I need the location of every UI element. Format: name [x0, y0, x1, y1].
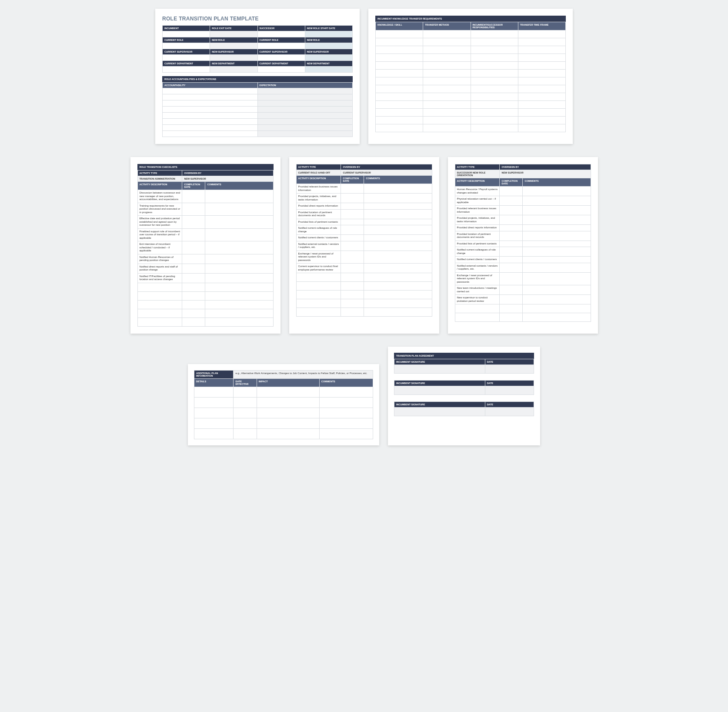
table-cell[interactable]	[163, 131, 258, 137]
table-cell[interactable]	[234, 418, 257, 428]
table-cell[interactable]	[376, 85, 423, 93]
table-cell[interactable]	[257, 119, 353, 125]
comments-cell[interactable]	[523, 295, 591, 304]
completion-date[interactable]	[341, 264, 364, 273]
info-value[interactable]	[210, 55, 257, 61]
table-cell[interactable]	[364, 273, 432, 282]
table-cell[interactable]	[423, 101, 471, 109]
completion-date[interactable]	[500, 295, 523, 304]
table-cell[interactable]	[182, 309, 205, 318]
table-cell[interactable]	[471, 93, 518, 101]
comments-cell[interactable]	[523, 187, 591, 196]
date-field[interactable]	[485, 364, 534, 373]
table-cell[interactable]	[423, 54, 471, 62]
table-cell[interactable]	[137, 300, 182, 309]
table-cell[interactable]	[257, 131, 353, 137]
comments-cell[interactable]	[523, 285, 591, 295]
completion-date[interactable]	[341, 251, 364, 264]
completion-date[interactable]	[500, 247, 523, 257]
table-cell[interactable]	[296, 273, 341, 282]
table-cell[interactable]	[423, 117, 471, 124]
date-field[interactable]	[485, 407, 534, 416]
table-cell[interactable]	[518, 117, 565, 124]
completion-date[interactable]	[182, 273, 205, 283]
table-cell[interactable]	[296, 291, 341, 299]
table-cell[interactable]	[163, 88, 258, 94]
table-cell[interactable]	[319, 408, 373, 418]
completion-date[interactable]	[341, 241, 364, 251]
table-cell[interactable]	[376, 93, 423, 101]
comments-cell[interactable]	[364, 184, 432, 194]
table-cell[interactable]	[423, 124, 471, 132]
comments-cell[interactable]	[523, 263, 591, 272]
completion-date[interactable]	[341, 235, 364, 241]
comments-cell[interactable]	[364, 235, 432, 241]
table-cell[interactable]	[518, 70, 565, 77]
completion-date[interactable]	[341, 194, 364, 203]
table-cell[interactable]	[423, 77, 471, 85]
table-cell[interactable]	[182, 300, 205, 309]
table-cell[interactable]	[257, 107, 353, 113]
info-value[interactable]	[210, 31, 257, 37]
info-value[interactable]	[257, 31, 305, 37]
completion-date[interactable]	[182, 190, 205, 203]
table-cell[interactable]	[471, 30, 518, 38]
completion-date[interactable]	[341, 209, 364, 219]
table-cell[interactable]	[471, 46, 518, 54]
table-cell[interactable]	[137, 309, 182, 318]
table-cell[interactable]	[257, 125, 353, 131]
comments-cell[interactable]	[205, 241, 273, 254]
info-value[interactable]	[163, 43, 210, 49]
table-cell[interactable]	[471, 117, 518, 124]
table-cell[interactable]	[423, 70, 471, 77]
comments-cell[interactable]	[205, 216, 273, 229]
table-cell[interactable]	[163, 107, 258, 113]
table-cell[interactable]	[296, 308, 341, 317]
info-value[interactable]	[163, 31, 210, 37]
table-cell[interactable]	[234, 428, 257, 439]
table-cell[interactable]	[319, 387, 373, 397]
table-cell[interactable]	[296, 299, 341, 308]
table-cell[interactable]	[471, 70, 518, 77]
comments-cell[interactable]	[364, 209, 432, 219]
info-value[interactable]	[305, 31, 352, 37]
completion-date[interactable]	[500, 241, 523, 247]
table-cell[interactable]	[423, 62, 471, 70]
comments-cell[interactable]	[364, 241, 432, 251]
comments-cell[interactable]	[523, 206, 591, 215]
completion-date[interactable]	[500, 285, 523, 295]
comments-cell[interactable]	[364, 194, 432, 203]
table-cell[interactable]	[423, 30, 471, 38]
table-cell[interactable]	[423, 109, 471, 117]
completion-date[interactable]	[500, 263, 523, 272]
table-cell[interactable]	[376, 30, 423, 38]
comments-cell[interactable]	[205, 273, 273, 283]
comments-cell[interactable]	[364, 225, 432, 235]
info-value[interactable]	[257, 67, 305, 73]
comments-cell[interactable]	[523, 257, 591, 263]
completion-date[interactable]	[500, 215, 523, 225]
comments-cell[interactable]	[364, 251, 432, 264]
table-cell[interactable]	[163, 100, 258, 107]
comments-cell[interactable]	[523, 231, 591, 241]
table-cell[interactable]	[205, 300, 273, 309]
info-value[interactable]	[257, 43, 305, 49]
comments-cell[interactable]	[205, 203, 273, 216]
table-cell[interactable]	[423, 93, 471, 101]
table-cell[interactable]	[523, 304, 591, 313]
table-cell[interactable]	[182, 318, 205, 326]
table-cell[interactable]	[205, 309, 273, 318]
table-cell[interactable]	[518, 38, 565, 46]
table-cell[interactable]	[376, 46, 423, 54]
table-cell[interactable]	[319, 418, 373, 428]
table-cell[interactable]	[523, 313, 591, 322]
info-value[interactable]	[163, 67, 210, 73]
table-cell[interactable]	[518, 30, 565, 38]
table-cell[interactable]	[257, 408, 319, 418]
info-value[interactable]	[163, 55, 210, 61]
table-cell[interactable]	[376, 109, 423, 117]
completion-date[interactable]	[182, 203, 205, 216]
table-cell[interactable]	[364, 299, 432, 308]
table-cell[interactable]	[364, 291, 432, 299]
info-value[interactable]	[210, 67, 257, 73]
